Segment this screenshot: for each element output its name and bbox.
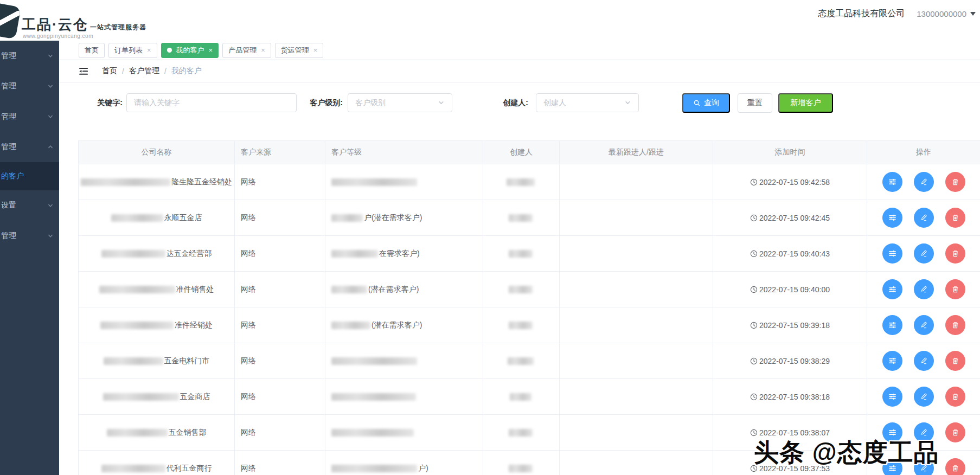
chevron-down-icon [47,83,54,89]
topbar-account-area: 态度工品科技有限公司 13000000000 [818,0,976,27]
sidebar-collapse-button[interactable] [79,67,89,76]
clock-icon [750,286,758,293]
delete-button[interactable] [945,208,965,228]
filter-button[interactable] [882,387,902,407]
latest-follow-cell [560,236,713,271]
tab-close-icon[interactable]: × [147,47,151,54]
creator-cell [483,415,560,450]
company-cell: 永顺五金店 [79,200,235,235]
sidebar-item[interactable]: 管理 [0,41,59,71]
edit-button[interactable] [914,172,934,192]
delete-trash-icon [951,464,959,472]
clock-icon [750,250,758,258]
sidebar-item[interactable]: 管理 [0,71,59,101]
company-name-text: 准件经销处 [175,320,213,330]
search-button[interactable]: 查询 [682,93,730,113]
filter-button[interactable] [882,208,902,228]
edit-pencil-icon [920,357,928,365]
filter-button[interactable] [882,243,902,264]
filter-sliders-icon [888,213,897,222]
created-time-cell: 2022-07-15 09:39:18 [713,307,867,343]
redacted-text [104,357,163,365]
tab-close-icon[interactable]: × [209,47,213,54]
sidebar-item[interactable]: 设置 [0,190,59,221]
filter-button[interactable] [882,279,902,299]
filter-sliders-icon [888,356,897,365]
table-row: 五金电料门市网络2022-07-15 09:38:29 [79,343,980,379]
company-cell: 隆生隆五金经销处 [79,164,235,200]
tab-close-icon[interactable]: × [313,47,318,54]
sidebar-item-active[interactable]: 的客户 [0,162,59,190]
creator-cell [483,307,560,343]
account-menu[interactable]: 13000000000 [917,9,976,18]
hamburger-icon [79,67,89,76]
created-time-cell: 2022-07-15 09:38:18 [713,379,867,414]
redacted-text [507,178,535,186]
source-cell: 网络 [235,272,325,307]
edit-button[interactable] [914,315,934,335]
sidebar-item[interactable]: 管理 [0,101,59,132]
latest-follow-cell [560,200,713,235]
table-row: 准件销售处网络(潜在需求客户)2022-07-15 09:40:00 [79,272,980,307]
breadcrumb-item[interactable]: 首页 [102,66,117,76]
edit-button[interactable] [914,351,934,371]
breadcrumb-item: 我的客户 [171,66,202,76]
redacted-text [103,393,179,401]
delete-button[interactable] [945,172,965,192]
tab-close-icon[interactable]: × [261,47,265,54]
delete-button[interactable] [945,387,965,407]
company-cell: 代利五金商行 [79,451,235,475]
delete-button[interactable] [945,315,965,335]
company-name-text: 准件销售处 [176,285,214,294]
delete-trash-icon [951,249,959,258]
edit-button[interactable] [914,243,934,264]
tab-item[interactable]: 订单列表× [108,43,157,58]
reset-button-label: 重置 [747,98,763,108]
redacted-text [331,214,363,222]
delete-button[interactable] [945,243,965,264]
level-cell [325,415,483,450]
filter-sliders-icon [888,177,897,187]
creator-cell [483,451,560,475]
edit-pencil-icon [920,428,928,437]
latest-follow-cell [560,164,713,200]
latest-follow-cell [560,451,713,475]
company-cell: 准件经销处 [79,307,235,343]
level-cell [325,343,483,378]
keyword-input[interactable]: 请输入关键字 [126,93,297,112]
add-customer-button-label: 新增客户 [791,98,821,108]
creator-select[interactable]: 创建人 [536,93,639,112]
tab-item[interactable]: 首页 [79,43,105,58]
tab-item[interactable]: 产品管理× [222,43,271,58]
company-name-text: 五金电料门市 [164,356,210,366]
sidebar-item[interactable]: 管理 [0,132,59,162]
sidebar-item-label: 管理 [1,231,16,241]
reset-button[interactable]: 重置 [738,93,772,113]
table-row: 准件经销处网络(潜在需求客户)2022-07-15 09:39:18 [79,307,980,343]
filter-button[interactable] [882,315,902,335]
sidebar-item[interactable]: 管理 [0,221,59,251]
customer-level-select[interactable]: 客户级别 [348,93,452,112]
breadcrumb-item[interactable]: 客户管理 [129,66,159,76]
tab-active[interactable]: 我的客户× [161,43,219,58]
tab-label: 产品管理 [228,46,257,55]
watermark-text: 头条 @态度工品 [754,436,939,470]
delete-button[interactable] [945,458,965,475]
filter-button[interactable] [882,172,902,192]
clock-icon [750,393,758,401]
creator-cell [483,164,560,200]
customer-table: 公司名称客户来源客户等级创建人最新跟进人/跟进添加时间操作 隆生隆五金经销处网络… [78,140,980,475]
edit-button[interactable] [914,279,934,299]
created-time-text: 2022-07-15 09:42:58 [759,178,830,187]
sidebar-item-label: 管理 [1,81,16,91]
actions-cell [867,343,980,378]
tab-item[interactable]: 货运管理× [275,43,324,58]
filter-button[interactable] [882,351,902,371]
delete-button[interactable] [945,422,965,442]
delete-button[interactable] [945,279,965,299]
edit-button[interactable] [914,387,934,407]
level-text: (潜在需求客户) [368,285,419,294]
edit-button[interactable] [914,208,934,228]
delete-button[interactable] [945,351,965,371]
add-customer-button[interactable]: 新增客户 [778,93,833,113]
